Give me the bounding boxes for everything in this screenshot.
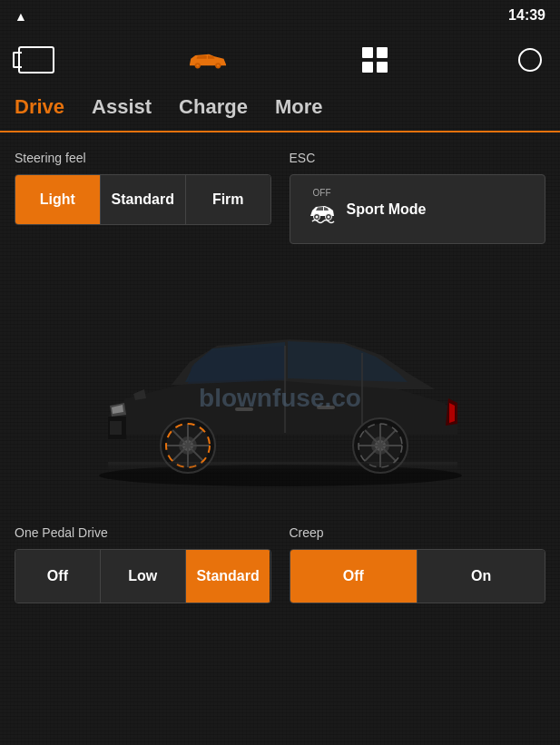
- bottom-controls: One Pedal Drive Off Low Standard Creep O…: [0, 525, 560, 603]
- esc-sport-mode-label: Sport Mode: [347, 201, 427, 218]
- status-bar: ▲ 14:39: [0, 0, 560, 33]
- creep-on-button[interactable]: On: [418, 550, 545, 603]
- esc-icon-group: OFF: [309, 188, 336, 230]
- creep-group: Creep Off On: [290, 525, 546, 603]
- car-display: blownfuse.co: [0, 280, 560, 516]
- tab-drive[interactable]: Drive: [15, 95, 64, 123]
- tab-navigation: Drive Assist Charge More: [0, 87, 560, 132]
- one-pedal-off-button[interactable]: Off: [15, 550, 101, 603]
- top-nav: [0, 33, 560, 87]
- steering-feel-group: Steering feel Light Standard Firm: [15, 151, 271, 244]
- content-area: Steering feel Light Standard Firm ESC OF…: [0, 132, 560, 280]
- esc-sport-mode-button[interactable]: OFF: [290, 174, 546, 244]
- tab-more[interactable]: More: [275, 95, 323, 123]
- esc-car-squiggly-icon: [309, 200, 336, 230]
- steering-firm-button[interactable]: Firm: [186, 175, 270, 224]
- esc-group: ESC OFF: [290, 151, 546, 244]
- svg-point-1: [197, 64, 200, 67]
- svg-point-7: [327, 216, 329, 219]
- one-pedal-buttons: Off Low Standard: [15, 549, 271, 603]
- bottom-controls-row: One Pedal Drive Off Low Standard Creep O…: [15, 525, 545, 603]
- esc-off-label: OFF: [313, 188, 331, 198]
- camera-button[interactable]: [18, 46, 54, 74]
- svg-point-3: [217, 64, 220, 67]
- steering-light-button[interactable]: Light: [15, 175, 101, 224]
- creep-label: Creep: [290, 525, 546, 540]
- steering-feel-label: Steering feel: [15, 151, 271, 165]
- car-side-image: [54, 299, 507, 498]
- tab-charge[interactable]: Charge: [179, 95, 248, 123]
- creep-buttons: Off On: [290, 549, 546, 603]
- status-left: ▲: [15, 9, 27, 24]
- tab-assist[interactable]: Assist: [92, 95, 152, 123]
- wifi-icon: ▲: [15, 9, 27, 24]
- esc-label: ESC: [290, 151, 546, 165]
- creep-off-button[interactable]: Off: [290, 550, 418, 603]
- car-icon: [185, 46, 231, 74]
- grid-icon[interactable]: [362, 47, 388, 73]
- one-pedal-standard-button[interactable]: Standard: [186, 550, 270, 603]
- one-pedal-low-button[interactable]: Low: [101, 550, 186, 603]
- svg-rect-29: [235, 407, 253, 411]
- svg-point-5: [315, 216, 318, 219]
- one-pedal-drive-group: One Pedal Drive Off Low Standard: [15, 525, 271, 603]
- svg-rect-30: [317, 406, 335, 409]
- status-time: 14:39: [508, 7, 545, 24]
- steering-standard-button[interactable]: Standard: [101, 175, 186, 224]
- steering-feel-buttons: Light Standard Firm: [15, 174, 271, 225]
- one-pedal-label: One Pedal Drive: [15, 525, 271, 540]
- circle-icon[interactable]: [518, 48, 542, 72]
- top-controls-row: Steering feel Light Standard Firm ESC OF…: [15, 151, 545, 244]
